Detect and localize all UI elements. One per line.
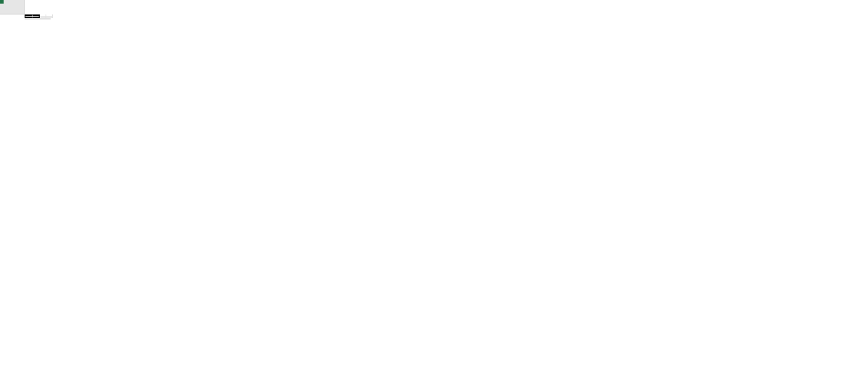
cell-grid [25, 14, 53, 20]
spreadsheet [0, 0, 868, 389]
select-all-corner[interactable] [0, 0, 25, 14]
dept-c[interactable] [38, 19, 44, 20]
dept-b[interactable] [31, 19, 38, 20]
dept-d[interactable] [44, 19, 51, 20]
dept-a[interactable] [25, 19, 31, 20]
